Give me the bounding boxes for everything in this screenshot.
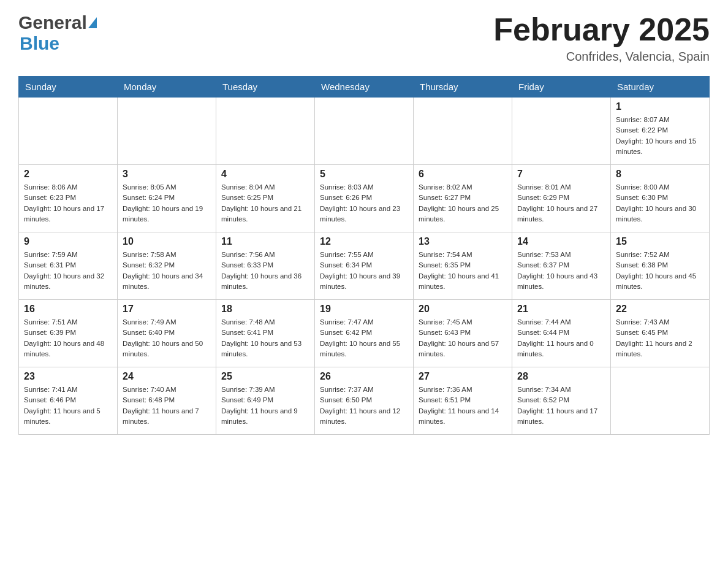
table-cell <box>414 98 512 165</box>
day-number: 26 <box>320 371 408 382</box>
table-cell: 26Sunrise: 7:37 AMSunset: 6:50 PMDayligh… <box>315 367 414 435</box>
day-info: Sunrise: 7:48 AMSunset: 6:41 PMDaylight:… <box>221 317 309 359</box>
day-number: 21 <box>517 304 605 315</box>
col-sunday: Sunday <box>19 77 118 98</box>
table-cell: 22Sunrise: 7:43 AMSunset: 6:45 PMDayligh… <box>611 300 710 367</box>
table-cell <box>315 98 414 165</box>
day-info: Sunrise: 7:47 AMSunset: 6:42 PMDaylight:… <box>320 317 408 359</box>
day-number: 17 <box>123 304 211 315</box>
day-info: Sunrise: 7:58 AMSunset: 6:32 PMDaylight:… <box>123 250 211 292</box>
day-number: 22 <box>616 304 704 315</box>
table-cell: 24Sunrise: 7:40 AMSunset: 6:48 PMDayligh… <box>118 367 216 435</box>
week-row-4: 16Sunrise: 7:51 AMSunset: 6:39 PMDayligh… <box>19 300 710 367</box>
day-info: Sunrise: 8:02 AMSunset: 6:27 PMDaylight:… <box>419 182 507 224</box>
day-info: Sunrise: 7:54 AMSunset: 6:35 PMDaylight:… <box>419 250 507 292</box>
day-number: 14 <box>517 236 605 247</box>
calendar-table: Sunday Monday Tuesday Wednesday Thursday… <box>18 76 710 435</box>
day-info: Sunrise: 8:05 AMSunset: 6:24 PMDaylight:… <box>123 182 211 224</box>
table-cell <box>611 367 710 435</box>
table-cell: 15Sunrise: 7:52 AMSunset: 6:38 PMDayligh… <box>611 232 710 300</box>
table-cell: 20Sunrise: 7:45 AMSunset: 6:43 PMDayligh… <box>414 300 512 367</box>
col-saturday: Saturday <box>611 77 710 98</box>
day-number: 23 <box>24 371 112 382</box>
day-number: 5 <box>320 169 408 180</box>
day-number: 16 <box>24 304 112 315</box>
day-info: Sunrise: 7:52 AMSunset: 6:38 PMDaylight:… <box>616 250 704 292</box>
table-cell: 27Sunrise: 7:36 AMSunset: 6:51 PMDayligh… <box>414 367 512 435</box>
table-cell <box>118 98 216 165</box>
table-cell: 7Sunrise: 8:01 AMSunset: 6:29 PMDaylight… <box>512 165 611 232</box>
day-number: 24 <box>123 371 211 382</box>
day-info: Sunrise: 8:00 AMSunset: 6:30 PMDaylight:… <box>616 182 704 224</box>
day-number: 9 <box>24 236 112 247</box>
day-number: 11 <box>221 236 309 247</box>
day-info: Sunrise: 7:43 AMSunset: 6:45 PMDaylight:… <box>616 317 704 359</box>
day-number: 20 <box>419 304 507 315</box>
table-cell: 23Sunrise: 7:41 AMSunset: 6:46 PMDayligh… <box>19 367 118 435</box>
page-header: General Blue February 2025 Confrides, Va… <box>18 12 710 64</box>
day-number: 13 <box>419 236 507 247</box>
day-number: 25 <box>221 371 309 382</box>
col-tuesday: Tuesday <box>216 77 315 98</box>
day-number: 15 <box>616 236 704 247</box>
calendar-subtitle: Confrides, Valencia, Spain <box>493 50 710 64</box>
table-cell: 4Sunrise: 8:04 AMSunset: 6:25 PMDaylight… <box>216 165 315 232</box>
table-cell: 8Sunrise: 8:00 AMSunset: 6:30 PMDaylight… <box>611 165 710 232</box>
day-info: Sunrise: 7:37 AMSunset: 6:50 PMDaylight:… <box>320 385 408 427</box>
table-cell: 9Sunrise: 7:59 AMSunset: 6:31 PMDaylight… <box>19 232 118 300</box>
logo: General Blue <box>18 12 97 54</box>
col-wednesday: Wednesday <box>315 77 414 98</box>
table-cell: 3Sunrise: 8:05 AMSunset: 6:24 PMDaylight… <box>118 165 216 232</box>
calendar-title: February 2025 <box>493 12 710 47</box>
day-info: Sunrise: 8:07 AMSunset: 6:22 PMDaylight:… <box>616 115 704 157</box>
table-cell <box>216 98 315 165</box>
day-number: 8 <box>616 169 704 180</box>
day-number: 28 <box>517 371 605 382</box>
week-row-5: 23Sunrise: 7:41 AMSunset: 6:46 PMDayligh… <box>19 367 710 435</box>
day-number: 3 <box>123 169 211 180</box>
table-cell: 18Sunrise: 7:48 AMSunset: 6:41 PMDayligh… <box>216 300 315 367</box>
day-info: Sunrise: 7:36 AMSunset: 6:51 PMDaylight:… <box>419 385 507 427</box>
day-number: 19 <box>320 304 408 315</box>
day-number: 18 <box>221 304 309 315</box>
logo-triangle-icon <box>88 17 97 28</box>
title-block: February 2025 Confrides, Valencia, Spain <box>493 12 710 64</box>
day-number: 4 <box>221 169 309 180</box>
day-number: 12 <box>320 236 408 247</box>
day-info: Sunrise: 7:56 AMSunset: 6:33 PMDaylight:… <box>221 250 309 292</box>
day-number: 27 <box>419 371 507 382</box>
day-info: Sunrise: 7:44 AMSunset: 6:44 PMDaylight:… <box>517 317 605 359</box>
table-cell: 2Sunrise: 8:06 AMSunset: 6:23 PMDaylight… <box>19 165 118 232</box>
col-thursday: Thursday <box>414 77 512 98</box>
day-number: 1 <box>616 101 704 112</box>
logo-general-text: General <box>18 12 87 33</box>
day-info: Sunrise: 7:55 AMSunset: 6:34 PMDaylight:… <box>320 250 408 292</box>
table-cell: 17Sunrise: 7:49 AMSunset: 6:40 PMDayligh… <box>118 300 216 367</box>
table-cell: 6Sunrise: 8:02 AMSunset: 6:27 PMDaylight… <box>414 165 512 232</box>
table-cell: 16Sunrise: 7:51 AMSunset: 6:39 PMDayligh… <box>19 300 118 367</box>
day-info: Sunrise: 7:40 AMSunset: 6:48 PMDaylight:… <box>123 385 211 427</box>
day-info: Sunrise: 8:06 AMSunset: 6:23 PMDaylight:… <box>24 182 112 224</box>
day-info: Sunrise: 7:51 AMSunset: 6:39 PMDaylight:… <box>24 317 112 359</box>
day-info: Sunrise: 8:04 AMSunset: 6:25 PMDaylight:… <box>221 182 309 224</box>
day-info: Sunrise: 8:03 AMSunset: 6:26 PMDaylight:… <box>320 182 408 224</box>
table-cell: 28Sunrise: 7:34 AMSunset: 6:52 PMDayligh… <box>512 367 611 435</box>
week-row-2: 2Sunrise: 8:06 AMSunset: 6:23 PMDaylight… <box>19 165 710 232</box>
table-cell: 1Sunrise: 8:07 AMSunset: 6:22 PMDaylight… <box>611 98 710 165</box>
day-number: 2 <box>24 169 112 180</box>
week-row-3: 9Sunrise: 7:59 AMSunset: 6:31 PMDaylight… <box>19 232 710 300</box>
table-cell <box>19 98 118 165</box>
logo-blue-text: Blue <box>20 33 59 53</box>
day-info: Sunrise: 7:49 AMSunset: 6:40 PMDaylight:… <box>123 317 211 359</box>
header-row: Sunday Monday Tuesday Wednesday Thursday… <box>19 77 710 98</box>
table-cell: 12Sunrise: 7:55 AMSunset: 6:34 PMDayligh… <box>315 232 414 300</box>
day-number: 10 <box>123 236 211 247</box>
table-cell <box>512 98 611 165</box>
day-info: Sunrise: 7:41 AMSunset: 6:46 PMDaylight:… <box>24 385 112 427</box>
table-cell: 19Sunrise: 7:47 AMSunset: 6:42 PMDayligh… <box>315 300 414 367</box>
day-info: Sunrise: 8:01 AMSunset: 6:29 PMDaylight:… <box>517 182 605 224</box>
table-cell: 13Sunrise: 7:54 AMSunset: 6:35 PMDayligh… <box>414 232 512 300</box>
table-cell: 10Sunrise: 7:58 AMSunset: 6:32 PMDayligh… <box>118 232 216 300</box>
day-info: Sunrise: 7:53 AMSunset: 6:37 PMDaylight:… <box>517 250 605 292</box>
table-cell: 21Sunrise: 7:44 AMSunset: 6:44 PMDayligh… <box>512 300 611 367</box>
